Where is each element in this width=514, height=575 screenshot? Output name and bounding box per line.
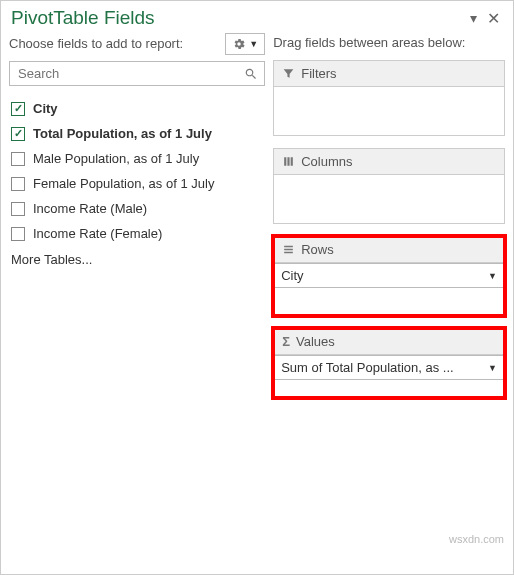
search-icon (244, 67, 258, 81)
checkbox-icon[interactable] (11, 202, 25, 216)
pane-body: Choose fields to add to report: ▼ ✓ City (1, 29, 513, 574)
close-icon[interactable]: ✕ (483, 9, 503, 28)
rows-item[interactable]: City ▼ (274, 263, 504, 288)
rows-title: Rows (301, 242, 334, 257)
chevron-down-icon[interactable]: ▼ (488, 363, 497, 373)
tools-button[interactable]: ▼ (225, 33, 265, 55)
rows-header: Rows (274, 237, 504, 263)
checkbox-icon[interactable]: ✓ (11, 127, 25, 141)
rows-area[interactable]: Rows City ▼ (273, 236, 505, 316)
checkbox-icon[interactable] (11, 152, 25, 166)
search-box[interactable] (9, 61, 265, 86)
field-label: City (33, 101, 58, 116)
filters-title: Filters (301, 66, 336, 81)
pivottable-fields-pane: PivotTable Fields ▾ ✕ Choose fields to a… (0, 0, 514, 575)
choose-row: Choose fields to add to report: ▼ (9, 33, 265, 55)
field-item[interactable]: ✓ Total Population, as of 1 July (9, 121, 265, 146)
columns-area[interactable]: Columns (273, 148, 505, 224)
filters-body[interactable] (274, 87, 504, 135)
choose-label: Choose fields to add to report: (9, 36, 219, 52)
field-label: Income Rate (Male) (33, 201, 147, 216)
values-item[interactable]: Sum of Total Population, as ... ▼ (274, 355, 504, 380)
values-item-label: Sum of Total Population, as ... (281, 360, 453, 375)
field-item[interactable]: ✓ City (9, 96, 265, 121)
columns-header: Columns (274, 149, 504, 175)
pane-title: PivotTable Fields (11, 7, 463, 29)
field-label: Male Population, as of 1 July (33, 151, 199, 166)
values-area[interactable]: Σ Values Sum of Total Population, as ...… (273, 328, 505, 398)
field-item[interactable]: Income Rate (Male) (9, 196, 265, 221)
watermark: wsxdn.com (449, 533, 504, 545)
field-item[interactable]: Male Population, as of 1 July (9, 146, 265, 171)
drag-label: Drag fields between areas below: (273, 33, 505, 50)
columns-body[interactable] (274, 175, 504, 223)
field-label: Income Rate (Female) (33, 226, 162, 241)
rows-icon (282, 243, 295, 256)
field-item[interactable]: Female Population, as of 1 July (9, 171, 265, 196)
filter-icon (282, 67, 295, 80)
chevron-down-icon: ▼ (249, 39, 258, 49)
columns-title: Columns (301, 154, 352, 169)
values-body[interactable]: Sum of Total Population, as ... ▼ (274, 355, 504, 397)
fields-column: Choose fields to add to report: ▼ ✓ City (9, 33, 265, 566)
sigma-icon: Σ (282, 334, 290, 349)
search-input[interactable] (16, 65, 244, 82)
dropdown-icon[interactable]: ▾ (463, 10, 483, 26)
rows-item-label: City (281, 268, 303, 283)
pane-header: PivotTable Fields ▾ ✕ (1, 1, 513, 29)
checkbox-icon[interactable] (11, 227, 25, 241)
checkbox-icon[interactable] (11, 177, 25, 191)
more-tables-link[interactable]: More Tables... (9, 246, 265, 273)
field-list: ✓ City ✓ Total Population, as of 1 July … (9, 96, 265, 566)
values-header: Σ Values (274, 329, 504, 355)
chevron-down-icon[interactable]: ▼ (488, 271, 497, 281)
areas-column: Drag fields between areas below: Filters… (273, 33, 505, 566)
filters-header: Filters (274, 61, 504, 87)
field-item[interactable]: Income Rate (Female) (9, 221, 265, 246)
field-label: Total Population, as of 1 July (33, 126, 212, 141)
field-label: Female Population, as of 1 July (33, 176, 214, 191)
values-title: Values (296, 334, 335, 349)
rows-body[interactable]: City ▼ (274, 263, 504, 315)
filters-area[interactable]: Filters (273, 60, 505, 136)
gear-icon (232, 37, 246, 51)
columns-icon (282, 155, 295, 168)
checkbox-icon[interactable]: ✓ (11, 102, 25, 116)
